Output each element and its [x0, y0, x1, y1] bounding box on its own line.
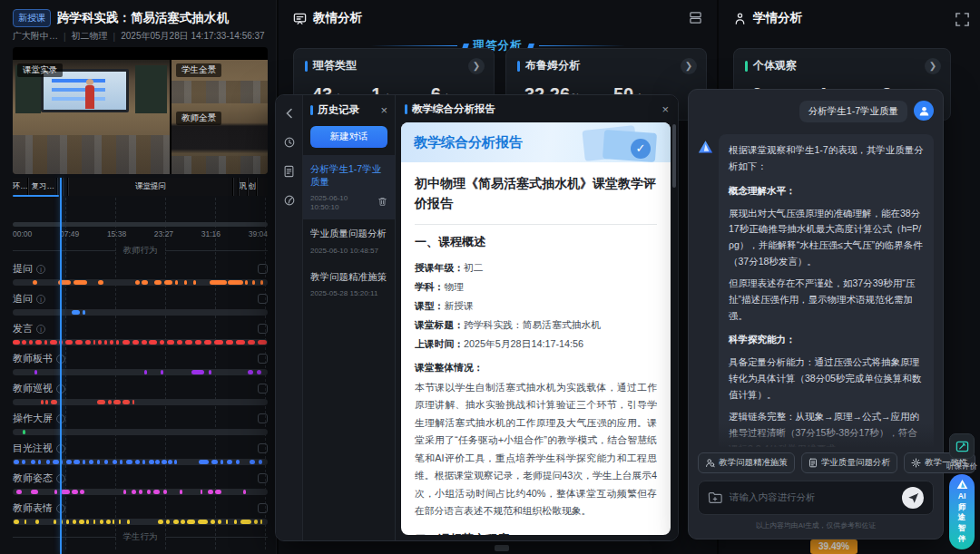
info-icon[interactable]: i [36, 295, 45, 304]
track-checkbox[interactable] [258, 413, 268, 423]
video-classroom[interactable]: 课堂实录 [13, 60, 170, 174]
behavior-mark [93, 520, 96, 524]
ai-pill-label: 途 [958, 512, 966, 522]
behavior-mark [164, 280, 172, 285]
ai-block-paragraph: 展现出对大气压强原理的准确理解，能在38分17秒正确推导抽水机最大高度计算公式（… [729, 206, 924, 270]
phase-segment[interactable]: 环… [13, 178, 27, 196]
behavior-mark [226, 340, 233, 345]
info-icon[interactable]: i [36, 265, 45, 274]
tools-icon[interactable] [282, 193, 297, 208]
behavior-mark [108, 400, 112, 404]
layout-switch-icon[interactable] [689, 11, 702, 28]
report-scrollbar[interactable] [672, 124, 676, 188]
phase-segment[interactable]: 复习… [28, 178, 56, 196]
chip-teaching-strategy[interactable]: 教学问题精准施策 [698, 452, 795, 473]
behavior-mark [97, 460, 100, 464]
track-checkbox[interactable] [258, 503, 268, 513]
report-close-icon[interactable]: × [662, 104, 669, 115]
phase-segment[interactable] [257, 178, 268, 196]
behavior-mark [110, 340, 113, 345]
track-checkbox[interactable] [258, 294, 268, 304]
playhead[interactable] [60, 178, 62, 554]
history-item[interactable]: 分析学生1-7学业质量2025-06-10 10:50:10 [303, 155, 395, 219]
track-checkbox[interactable] [258, 264, 268, 274]
teaching-panel-title: 教情分析 [313, 10, 362, 26]
behavior-mark [113, 460, 118, 464]
behavior-mark [132, 340, 139, 345]
ai-block-paragraph: 具备定量分析能力：通过压强公式将抽象原理转化为具体计算（38分05秒完成单位换算… [729, 355, 924, 403]
analysis-report-modal: 历史记录 × 新建对话 分析学生1-7学业质量2025-06-10 10:50:… [275, 94, 679, 541]
track-checkbox[interactable] [258, 473, 268, 483]
fullscreen-icon[interactable] [955, 12, 971, 28]
behavior-tracks: 教师行为提问i追问i发言i教师板书i教师巡视i操作大屏i目光注视i教师姿态i教师… [13, 243, 268, 549]
report-field-value: 跨学科实践：简易活塞式抽水机 [464, 319, 601, 330]
history-item[interactable]: 学业质量问题分析2025-06-10 10:48:57 [303, 219, 395, 262]
chip-teaching-strategy-icon [705, 458, 715, 468]
report-doc-icon[interactable] [282, 164, 297, 179]
stat-card-head: 个体观察 [745, 58, 939, 73]
behavior-mark [180, 490, 182, 494]
behavior-mark [33, 280, 38, 285]
behavior-mark [116, 340, 119, 345]
track-checkbox[interactable] [258, 384, 268, 394]
timeline-scrollbar[interactable] [13, 222, 268, 227]
behavior-mark [149, 340, 156, 345]
history-item[interactable]: 教学问题精准施策2025-05-28 15:20:11 [303, 263, 395, 306]
behavior-mark [161, 370, 163, 374]
chat-input[interactable]: 请输入内容进行分析 [698, 481, 934, 515]
track-head: 发言i [13, 322, 268, 335]
user-message: 分析学生1-7学业质量 [698, 101, 934, 122]
stat-card-head: 理答类型 [305, 58, 483, 73]
chip-quality-analysis[interactable]: 学业质量问题分析 [801, 452, 897, 473]
report-field-label: 课型： [415, 300, 444, 311]
behavior-mark [100, 520, 103, 524]
history-close-icon[interactable]: × [380, 105, 387, 116]
bottom-scrollbar[interactable] [495, 545, 509, 551]
track-checkbox[interactable] [258, 443, 268, 453]
behavior-mark [104, 460, 108, 464]
track-checkbox[interactable] [258, 324, 268, 334]
track-head: 追问i [13, 292, 268, 306]
behavior-mark [127, 520, 130, 524]
behavior-mark [35, 340, 42, 345]
phase-segment[interactable]: 创 [248, 178, 256, 196]
video-area[interactable]: 课堂实录 学生全景 教师全景 [13, 47, 268, 174]
behavior-mark [73, 520, 76, 524]
chevron-right-icon[interactable]: ❯ [681, 58, 697, 74]
phase-segment[interactable]: 巩 [239, 178, 247, 196]
report-pane: 教学综合分析报告 × 教学综合分析报告 ✓ 初中物理《简易活塞式抽水机》课堂教学… [396, 95, 678, 540]
phase-segment[interactable]: 课堂提问 [68, 178, 231, 196]
behavior-mark [22, 460, 25, 464]
attach-folder-icon[interactable] [708, 491, 722, 504]
new-chat-button[interactable]: 新建对话 [310, 126, 387, 148]
phase-segment-bar[interactable]: 环…复习…课堂提问巩创 [13, 178, 268, 196]
history-icon[interactable] [282, 135, 297, 150]
video-students[interactable]: 学生全景 教师全景 [172, 60, 268, 174]
behavior-mark [144, 370, 147, 374]
trash-icon[interactable] [377, 194, 387, 210]
class-subject: 初二物理 [72, 30, 108, 43]
track-bar [13, 459, 268, 465]
info-icon[interactable]: i [36, 325, 45, 334]
behavior-mark [51, 400, 57, 404]
send-button[interactable] [902, 487, 924, 509]
overall-label: 课堂整体情况： [415, 362, 657, 374]
lesson-eval-button[interactable] [949, 433, 975, 459]
lesson-datetime: 2025年05月28日 14:17:33-14:56:37 [121, 30, 264, 43]
chevron-right-icon[interactable]: ❯ [468, 58, 485, 74]
phase-segment[interactable] [233, 178, 238, 196]
behavior-mark [208, 490, 213, 494]
report-field-value: 新授课 [444, 300, 473, 311]
history-sidebar: 历史记录 × 新建对话 分析学生1-7学业质量2025-06-10 10:50:… [303, 95, 396, 540]
collapse-icon[interactable] [282, 106, 297, 121]
behavior-mark [34, 370, 37, 374]
behavior-mark [135, 460, 141, 464]
card-accent [517, 61, 520, 72]
track-checkbox[interactable] [258, 354, 268, 364]
ai-assistant-pill[interactable]: AI师途智伴 [949, 474, 975, 549]
chevron-right-icon[interactable]: ❯ [925, 58, 941, 74]
phase-segment[interactable] [63, 178, 67, 196]
teaching-analysis-icon [293, 12, 307, 25]
behavior-mark [215, 490, 221, 494]
behavior-mark [139, 490, 142, 494]
